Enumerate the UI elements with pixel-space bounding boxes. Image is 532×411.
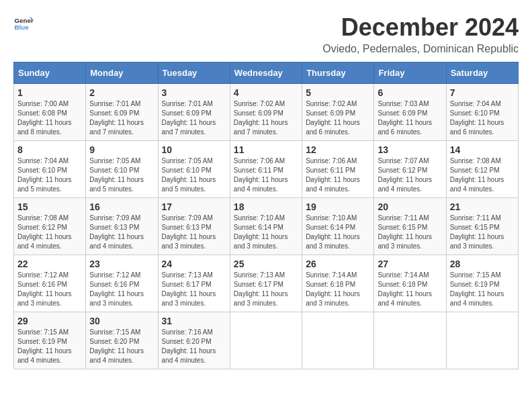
day-number: 20 [378,201,442,212]
table-row [374,312,446,369]
table-row: 26 Sunrise: 7:14 AMSunset: 6:18 PMDaylig… [302,255,374,312]
day-info: Sunrise: 7:13 AMSunset: 6:17 PMDaylight:… [234,271,288,307]
table-row: 3 Sunrise: 7:01 AMSunset: 6:09 PMDayligh… [158,84,230,141]
day-number: 21 [450,201,515,212]
day-number: 29 [17,316,82,326]
day-info: Sunrise: 7:08 AMSunset: 6:12 PMDaylight:… [17,214,72,250]
table-row: 22 Sunrise: 7:12 AMSunset: 6:16 PMDaylig… [14,255,86,312]
table-row: 11 Sunrise: 7:06 AMSunset: 6:11 PMDaylig… [230,141,302,198]
day-info: Sunrise: 7:15 AMSunset: 6:20 PMDaylight:… [89,328,144,364]
day-number: 18 [234,201,298,212]
table-row: 5 Sunrise: 7:02 AMSunset: 6:09 PMDayligh… [302,84,374,141]
table-row [302,312,374,369]
day-number: 15 [17,201,82,212]
day-info: Sunrise: 7:09 AMSunset: 6:13 PMDaylight:… [162,214,216,250]
table-row: 4 Sunrise: 7:02 AMSunset: 6:09 PMDayligh… [230,84,302,141]
day-number: 31 [162,316,226,326]
day-info: Sunrise: 7:03 AMSunset: 6:09 PMDaylight:… [378,100,432,136]
day-number: 4 [234,87,298,98]
day-number: 8 [17,144,82,155]
day-number: 14 [450,144,515,155]
location-title: Oviedo, Pedernales, Dominican Republic [322,43,519,55]
day-info: Sunrise: 7:13 AMSunset: 6:17 PMDaylight:… [162,271,216,307]
header-friday: Friday [374,62,446,84]
day-info: Sunrise: 7:04 AMSunset: 6:10 PMDaylight:… [450,100,504,136]
calendar-week-5: 29 Sunrise: 7:15 AMSunset: 6:19 PMDaylig… [14,312,519,369]
header-tuesday: Tuesday [158,62,230,84]
day-number: 6 [378,87,442,98]
day-info: Sunrise: 7:05 AMSunset: 6:10 PMDaylight:… [162,157,216,193]
day-number: 7 [450,87,515,98]
table-row [230,312,302,369]
svg-text:Blue: Blue [15,24,30,31]
day-number: 17 [162,201,226,212]
table-row: 31 Sunrise: 7:16 AMSunset: 6:20 PMDaylig… [158,312,230,369]
day-info: Sunrise: 7:14 AMSunset: 6:18 PMDaylight:… [378,271,432,307]
logo: General Blue [13,13,34,34]
day-info: Sunrise: 7:02 AMSunset: 6:09 PMDaylight:… [306,100,360,136]
table-row: 8 Sunrise: 7:04 AMSunset: 6:10 PMDayligh… [14,141,86,198]
table-row: 24 Sunrise: 7:13 AMSunset: 6:17 PMDaylig… [158,255,230,312]
day-info: Sunrise: 7:15 AMSunset: 6:19 PMDaylight:… [17,328,72,364]
day-info: Sunrise: 7:12 AMSunset: 6:16 PMDaylight:… [89,271,144,307]
month-title: December 2024 [322,13,519,42]
day-number: 28 [450,259,515,269]
table-row [446,312,518,369]
day-number: 2 [89,87,154,98]
day-info: Sunrise: 7:04 AMSunset: 6:10 PMDaylight:… [17,157,72,193]
header-wednesday: Wednesday [230,62,302,84]
day-info: Sunrise: 7:01 AMSunset: 6:09 PMDaylight:… [89,100,144,136]
day-number: 23 [89,259,154,269]
calendar-week-4: 22 Sunrise: 7:12 AMSunset: 6:16 PMDaylig… [14,255,519,312]
table-row: 23 Sunrise: 7:12 AMSunset: 6:16 PMDaylig… [86,255,158,312]
day-info: Sunrise: 7:02 AMSunset: 6:09 PMDaylight:… [234,100,288,136]
day-info: Sunrise: 7:06 AMSunset: 6:11 PMDaylight:… [306,157,360,193]
table-row: 13 Sunrise: 7:07 AMSunset: 6:12 PMDaylig… [374,141,446,198]
day-info: Sunrise: 7:08 AMSunset: 6:12 PMDaylight:… [450,157,504,193]
title-section: December 2024 Oviedo, Pedernales, Domini… [322,13,519,55]
logo-icon: General Blue [13,13,34,34]
header-row: Sunday Monday Tuesday Wednesday Thursday… [14,62,519,84]
calendar-week-2: 8 Sunrise: 7:04 AMSunset: 6:10 PMDayligh… [14,141,519,198]
day-number: 24 [162,259,226,269]
table-row: 27 Sunrise: 7:14 AMSunset: 6:18 PMDaylig… [374,255,446,312]
day-info: Sunrise: 7:11 AMSunset: 6:15 PMDaylight:… [378,214,432,250]
day-number: 26 [306,259,370,269]
calendar-week-1: 1 Sunrise: 7:00 AMSunset: 6:08 PMDayligh… [14,84,519,141]
day-number: 19 [306,201,370,212]
calendar-week-3: 15 Sunrise: 7:08 AMSunset: 6:12 PMDaylig… [14,198,519,255]
table-row: 20 Sunrise: 7:11 AMSunset: 6:15 PMDaylig… [374,198,446,255]
calendar-table: Sunday Monday Tuesday Wednesday Thursday… [13,62,519,369]
day-number: 11 [234,144,298,155]
day-info: Sunrise: 7:07 AMSunset: 6:12 PMDaylight:… [378,157,432,193]
day-info: Sunrise: 7:16 AMSunset: 6:20 PMDaylight:… [162,328,216,364]
day-info: Sunrise: 7:05 AMSunset: 6:10 PMDaylight:… [89,157,144,193]
table-row: 1 Sunrise: 7:00 AMSunset: 6:08 PMDayligh… [14,84,86,141]
day-info: Sunrise: 7:01 AMSunset: 6:09 PMDaylight:… [162,100,216,136]
day-info: Sunrise: 7:10 AMSunset: 6:14 PMDaylight:… [234,214,288,250]
table-row: 2 Sunrise: 7:01 AMSunset: 6:09 PMDayligh… [86,84,158,141]
day-info: Sunrise: 7:10 AMSunset: 6:14 PMDaylight:… [306,214,360,250]
day-info: Sunrise: 7:15 AMSunset: 6:19 PMDaylight:… [450,271,504,307]
table-row: 19 Sunrise: 7:10 AMSunset: 6:14 PMDaylig… [302,198,374,255]
day-number: 22 [17,259,82,269]
table-row: 28 Sunrise: 7:15 AMSunset: 6:19 PMDaylig… [446,255,518,312]
table-row: 14 Sunrise: 7:08 AMSunset: 6:12 PMDaylig… [446,141,518,198]
day-number: 16 [89,201,154,212]
table-row: 21 Sunrise: 7:11 AMSunset: 6:15 PMDaylig… [446,198,518,255]
day-info: Sunrise: 7:00 AMSunset: 6:08 PMDaylight:… [17,100,72,136]
header-thursday: Thursday [302,62,374,84]
header-sunday: Sunday [14,62,86,84]
table-row: 7 Sunrise: 7:04 AMSunset: 6:10 PMDayligh… [446,84,518,141]
table-row: 18 Sunrise: 7:10 AMSunset: 6:14 PMDaylig… [230,198,302,255]
day-number: 5 [306,87,370,98]
day-number: 27 [378,259,442,269]
day-number: 25 [234,259,298,269]
page-header: General Blue December 2024 Oviedo, Peder… [13,13,519,55]
table-row: 10 Sunrise: 7:05 AMSunset: 6:10 PMDaylig… [158,141,230,198]
day-number: 1 [17,87,82,98]
day-number: 30 [89,316,154,326]
table-row: 25 Sunrise: 7:13 AMSunset: 6:17 PMDaylig… [230,255,302,312]
header-monday: Monday [86,62,158,84]
table-row: 17 Sunrise: 7:09 AMSunset: 6:13 PMDaylig… [158,198,230,255]
